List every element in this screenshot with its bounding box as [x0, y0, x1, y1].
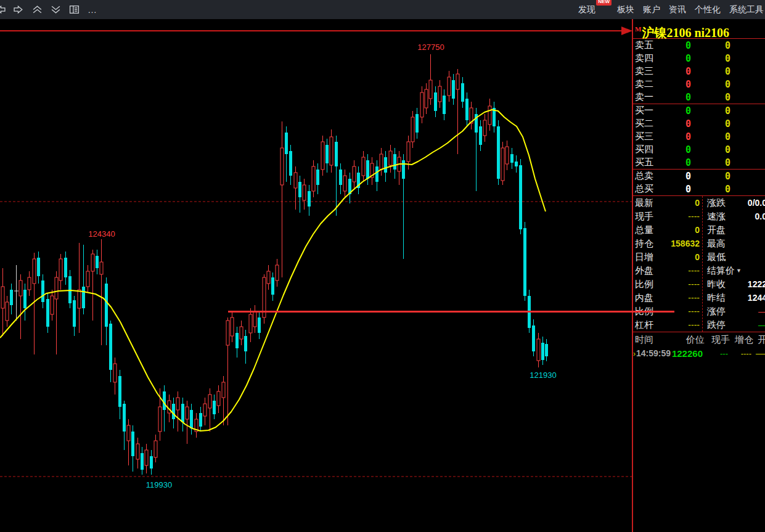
tick-row[interactable]: ›14:59:59122260-------——— — [633, 346, 765, 360]
more-ellipsis-icon[interactable]: … — [88, 4, 98, 15]
order-book-row-price: 0 — [673, 144, 691, 155]
new-badge: NEW — [596, 0, 612, 6]
up-candle-body — [51, 296, 54, 314]
up-candle-body — [362, 157, 365, 176]
down-candle-body — [96, 256, 99, 268]
grid-layout-icon[interactable] — [69, 4, 80, 15]
up-candle-body — [353, 166, 356, 182]
down-candle-body — [82, 287, 85, 308]
sell-row[interactable]: 卖一00 — [633, 91, 765, 104]
up-candle-body — [6, 302, 9, 321]
order-book-row-label: 买一 — [635, 105, 673, 117]
stat-label: 现手 — [635, 211, 653, 223]
tick-price: 122260 — [670, 348, 703, 359]
down-candle-body — [325, 145, 329, 163]
order-book-row-label: 买五 — [635, 157, 673, 168]
quote-panel: M沪镍2106 ni2106 卖五00卖四00卖三00卖二00卖一00 买一00… — [633, 19, 765, 532]
down-candle-body — [285, 133, 288, 154]
order-book-row-volume: 0 — [691, 118, 730, 129]
up-candle-body — [380, 154, 383, 170]
down-candle-body — [510, 154, 513, 163]
stat-label: 昨收 — [707, 279, 726, 290]
stat-label: 外盘 — [635, 265, 653, 277]
down-candle-body — [190, 410, 193, 428]
ma-line — [0, 110, 546, 431]
menu-item-3[interactable]: 账户 — [643, 4, 660, 15]
up-candle-body — [91, 254, 94, 271]
stat-value: — — [726, 320, 765, 330]
sell-row[interactable]: 卖四00 — [633, 52, 765, 65]
buy-row[interactable]: 买四00 — [633, 143, 765, 156]
buy-row[interactable]: 买二00 — [633, 117, 765, 130]
down-candle-body — [497, 126, 500, 179]
stat-row: 开盘 — [703, 223, 765, 237]
up-candle-body — [59, 259, 62, 280]
total-row[interactable]: 总买00 — [633, 182, 765, 195]
stat-value: 158632 — [653, 239, 702, 248]
order-book: 卖五00卖四00卖三00卖二00卖一00 买一00买二00买三00买四00买五0… — [633, 39, 765, 195]
collapse-down-icon[interactable] — [51, 4, 61, 15]
up-candle-body — [505, 147, 509, 164]
buy-row[interactable]: 买五00 — [633, 156, 765, 169]
up-candle-body — [78, 290, 81, 308]
sell-row[interactable]: 卖五00 — [633, 39, 765, 52]
menu-item-label: 发现 — [578, 4, 595, 14]
stat-value: — — [726, 306, 765, 316]
sell-row[interactable]: 卖二00 — [633, 78, 765, 91]
stats-right-column: 涨跌0/0.0速涨0.0开盘最高最低结算价▼昨收1222昨结1244涨停—跌停— — [703, 196, 765, 332]
order-book-row-volume: 0 — [691, 144, 730, 155]
order-book-row-label: 总买 — [635, 183, 673, 195]
tick-table: 时间价位现手增仓开 ›14:59:59122260-------——— — [633, 332, 765, 360]
down-candle-body — [172, 404, 175, 419]
settlement-dropdown-icon[interactable]: ▼ — [736, 268, 742, 274]
up-candle-body — [145, 450, 148, 465]
down-candle-body — [123, 404, 126, 432]
toolbar-icons: … — [0, 0, 98, 19]
stat-row: 结算价▼ — [703, 264, 765, 277]
menu-item-6[interactable]: 系统工具 — [729, 4, 764, 15]
up-candle-body — [55, 277, 58, 299]
down-candle-body — [402, 160, 405, 179]
up-candle-body — [154, 441, 157, 457]
order-book-row-volume: 0 — [691, 184, 730, 195]
up-candle-body — [429, 80, 432, 99]
menu-item-label: 板块 — [617, 4, 634, 14]
menu-item-4[interactable]: 资讯 — [669, 4, 686, 15]
stat-row: 涨停— — [703, 305, 765, 318]
up-candle-body — [407, 142, 410, 162]
stat-row: 最低 — [703, 250, 765, 264]
menu-item-2[interactable]: 板块 — [617, 4, 634, 15]
menu-item-label: 资讯 — [669, 4, 686, 14]
tick-time-cell: ›14:59:59 — [633, 348, 670, 359]
total-row[interactable]: 总卖00 — [633, 170, 765, 182]
stat-label: 杠杆 — [635, 319, 653, 331]
sell-row[interactable]: 卖三00 — [633, 65, 765, 78]
down-candle-body — [523, 228, 526, 296]
period-marker: M — [635, 25, 641, 33]
buy-row[interactable]: 买三00 — [633, 130, 765, 143]
instrument-title: M沪镍2106 ni2106 — [633, 19, 765, 39]
up-candle-body — [483, 120, 486, 136]
stat-row: 最高 — [703, 237, 765, 250]
down-candle-body — [10, 290, 13, 305]
stat-label: 昨结 — [707, 292, 726, 304]
collapse-up-icon[interactable] — [32, 4, 43, 15]
back-arrow-icon[interactable] — [0, 4, 6, 15]
up-candle-body — [222, 382, 225, 398]
stat-value: ---- — [653, 293, 702, 303]
down-candle-body — [244, 336, 247, 351]
chart-panel-divider — [632, 19, 633, 532]
up-candle-body — [100, 262, 103, 274]
buy-row[interactable]: 买一00 — [633, 104, 765, 117]
up-candle-body — [280, 148, 284, 185]
stat-row: 昨收1222 — [703, 277, 765, 291]
stat-label: 最新 — [635, 197, 653, 209]
down-candle-body — [384, 157, 387, 173]
horizontal-price-line[interactable] — [228, 311, 674, 313]
stat-value: 0 — [653, 225, 702, 235]
forward-arrow-icon[interactable] — [14, 4, 24, 15]
menu-item-5[interactable]: 个性化 — [695, 4, 721, 15]
menu-item-1[interactable]: 发现NEW — [578, 4, 595, 15]
stat-row: 最新0 — [633, 196, 702, 210]
order-book-row-price: 0 — [673, 66, 691, 77]
